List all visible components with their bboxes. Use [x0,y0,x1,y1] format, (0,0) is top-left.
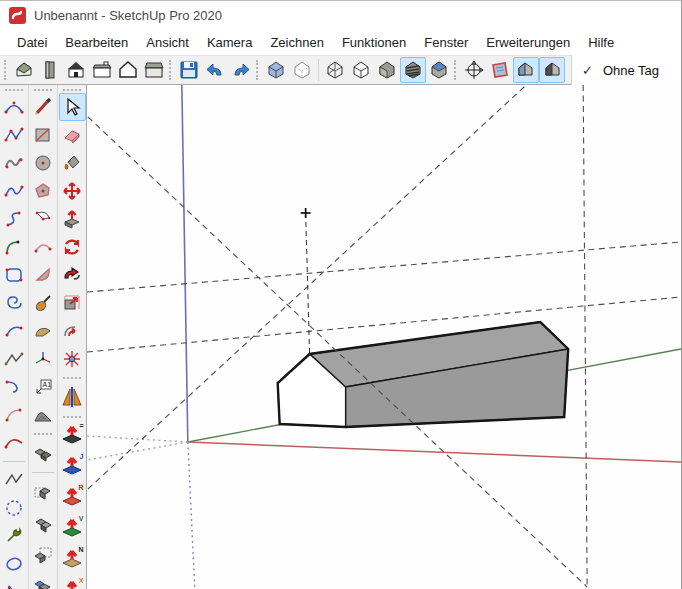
undo-button[interactable] [202,57,228,83]
style-monochrome-button[interactable] [426,57,452,83]
menu-zeichnen[interactable]: Zeichnen [261,32,332,53]
view-right-button[interactable] [89,57,115,83]
tool-jpp-joint[interactable]: J [59,451,86,482]
tool-arc-segment[interactable] [1,317,28,345]
tool-curve-hook[interactable] [1,373,28,401]
tool-s-curve[interactable] [1,205,28,233]
toolbar-grip[interactable] [256,60,260,80]
style-wireframe-button[interactable] [322,57,348,83]
tool-jpp-vector[interactable]: V [59,513,86,544]
menu-erweiterungen[interactable]: Erweiterungen [477,32,579,53]
style-back-edges-button[interactable] [289,57,315,83]
tool-follow-me[interactable] [59,261,86,289]
menu-ansicht[interactable]: Ansicht [137,32,198,53]
sidebar-column-main: = J R V N X [58,85,87,589]
tool-scale[interactable] [59,289,86,317]
view-iso-button[interactable] [11,57,37,83]
tool-bezier-curve[interactable] [1,177,28,205]
tool-dotted-polygon[interactable] [1,494,28,522]
tool-component-c[interactable] [30,539,57,570]
redo-button[interactable] [228,57,254,83]
view-top-button[interactable] [37,57,63,83]
tool-pie[interactable] [30,205,57,233]
view-back-button[interactable] [141,57,167,83]
menu-bearbeiten[interactable]: Bearbeiten [56,32,137,53]
tool-axes-tool[interactable] [30,345,57,373]
menu-funktionen[interactable]: Funktionen [333,32,415,53]
guide-line-vertical-right [583,85,587,587]
tool-eraser[interactable] [59,121,86,149]
tool-ellipse[interactable] [1,550,28,578]
tool-pie-filled[interactable] [30,261,57,289]
tool-push-pull[interactable] [59,205,86,233]
toolbar-grip[interactable] [63,89,81,91]
tool-move[interactable] [59,177,86,205]
toolbar-grip[interactable] [63,416,81,418]
tool-wrench-settings[interactable] [1,522,28,550]
tool-component-stack[interactable] [30,437,57,468]
tool-component-a[interactable] [30,477,57,508]
menu-datei[interactable]: Datei [8,32,56,53]
tool-offset[interactable] [59,317,86,345]
view-left-button[interactable] [115,57,141,83]
tool-arc-closed[interactable] [1,429,28,457]
tool-component-b[interactable] [30,508,57,539]
tag-filter-select[interactable]: ✓ Ohne Tag [571,55,681,85]
tool-paint-bucket[interactable] [59,149,86,177]
tool-bezier-polyline[interactable] [1,121,28,149]
jpp-badge: J [80,453,84,460]
guide-point-marker[interactable] [301,208,311,218]
tool-arc-2point[interactable] [30,233,57,261]
toolbar-grip[interactable] [34,89,52,91]
jpp-badge: X [79,577,84,584]
menu-hilfe[interactable]: Hilfe [579,32,623,53]
tool-polygon[interactable] [30,177,57,205]
tool-arc[interactable] [1,233,28,261]
tool-jpp-equal[interactable]: = [59,420,86,451]
style-shaded-textures-button[interactable] [400,57,426,83]
tool-component-blue[interactable] [30,570,57,589]
toolbar-grip[interactable] [34,433,52,435]
toolbar-grip[interactable] [63,377,81,379]
toolbar-grip[interactable] [5,89,23,91]
tool-rounded-rectangle[interactable] [1,261,28,289]
tool-bezier-arc[interactable] [1,93,28,121]
toolbar-grip[interactable] [169,60,173,80]
view-front-button[interactable] [63,57,89,83]
tool-sail-curve[interactable] [1,578,28,589]
tool-followme-profile[interactable] [30,289,57,317]
menu-bar: Datei Bearbeiten Ansicht Kamera Zeichnen… [0,29,681,55]
tool-arc-open[interactable] [1,401,28,429]
model-scene [87,85,681,589]
section-plane-button[interactable] [487,57,513,83]
menu-fenster[interactable]: Fenster [415,32,477,53]
tool-mirror[interactable] [59,381,86,412]
toolbar-grip[interactable] [454,60,458,80]
tool-move-copy[interactable] [59,345,86,373]
tool-line-pencil[interactable] [30,93,57,121]
tool-select[interactable] [59,93,86,121]
tool-protractor[interactable] [30,317,57,345]
tool-circle[interactable] [30,149,57,177]
tool-rotate[interactable] [59,233,86,261]
menu-kamera[interactable]: Kamera [198,32,262,53]
tool-polyline[interactable] [1,466,28,494]
style-shaded-button[interactable] [374,57,400,83]
section-fill-button[interactable] [539,57,565,83]
tool-sandbox[interactable] [30,401,57,429]
tool-jpp-extrude[interactable]: X [59,575,86,589]
style-hidden-line-button[interactable] [348,57,374,83]
axes-button[interactable] [461,57,487,83]
style-xray-button[interactable] [263,57,289,83]
tool-text-label[interactable]: A1 [30,373,57,401]
save-button[interactable] [176,57,202,83]
model-viewport[interactable] [87,85,681,589]
section-cuts-button[interactable] [513,57,539,83]
tool-spiral[interactable] [1,289,28,317]
tool-segment-line[interactable] [1,345,28,373]
tool-jpp-round[interactable]: R [59,482,86,513]
toolbar-grip[interactable] [4,60,8,80]
tool-jpp-normal[interactable]: N [59,544,86,575]
tool-rectangle[interactable] [30,121,57,149]
tool-freehand[interactable] [1,149,28,177]
